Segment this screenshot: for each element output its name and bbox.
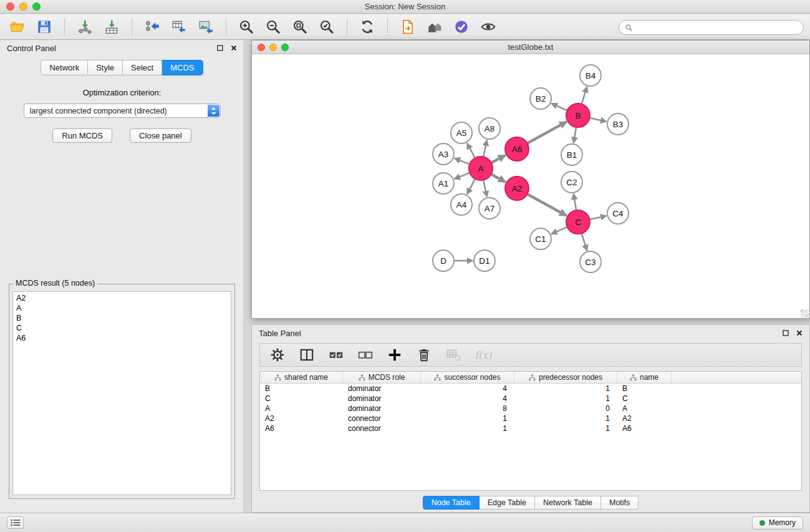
- import-table-file-button[interactable]: [100, 17, 123, 37]
- mcds-result-item[interactable]: B: [16, 313, 228, 323]
- graph-edge-A-A4[interactable]: [467, 180, 475, 195]
- graph-edge-A-A2[interactable]: [492, 175, 506, 182]
- column-header-shared-name[interactable]: shared name: [260, 372, 343, 383]
- show-columns-button[interactable]: [299, 347, 315, 363]
- graph-edge-A-A5[interactable]: [467, 143, 475, 158]
- control-panel-tabs: NetworkStyleSelectMCDS: [0, 60, 244, 75]
- network-zoom-button[interactable]: [281, 44, 289, 51]
- table-body: Bdominator41BCdominator41CAdominator80AA…: [260, 384, 801, 433]
- close-panel-button[interactable]: Close panel: [130, 128, 191, 143]
- tab-mcds[interactable]: MCDS: [162, 60, 203, 75]
- home-button[interactable]: [423, 17, 446, 37]
- mcds-result-item[interactable]: A: [16, 303, 228, 313]
- table-row[interactable]: A6connector11A6: [260, 423, 801, 433]
- refresh-view-button[interactable]: [356, 17, 378, 37]
- deselect-all-button[interactable]: [357, 347, 374, 363]
- close-window-button[interactable]: [6, 2, 14, 11]
- tab-node-table[interactable]: Node Table: [423, 496, 480, 510]
- graph-node-label-A: A: [478, 164, 483, 173]
- delete-table-button[interactable]: [445, 347, 461, 363]
- graph-svg[interactable]: B4B2BB3A5A8A6A3B1AC2A1A2A4A7C4CC1C3DD1: [252, 54, 809, 318]
- graph-edge-C-C3[interactable]: [582, 234, 587, 251]
- graph-canvas[interactable]: B4B2BB3A5A8A6A3B1AC2A1A2A4A7C4CC1C3DD1: [252, 54, 809, 318]
- zoom-out-button[interactable]: [262, 17, 284, 37]
- zoom-window-button[interactable]: [32, 2, 41, 11]
- search-input[interactable]: [636, 23, 798, 32]
- function-builder-button[interactable]: f(x): [475, 347, 491, 363]
- close-panel-icon[interactable]: [231, 45, 237, 51]
- delete-columns-icon: [416, 347, 432, 363]
- graph-edge-B-B2[interactable]: [551, 104, 567, 110]
- mcds-result-item[interactable]: A2: [16, 293, 228, 303]
- graph-edge-A-A3[interactable]: [455, 158, 470, 164]
- delete-columns-button[interactable]: [416, 347, 432, 363]
- zoom-fit-button[interactable]: [289, 17, 311, 37]
- float-panel-icon[interactable]: [217, 45, 223, 51]
- column-header-predecessor-nodes[interactable]: predecessor nodes: [514, 372, 617, 383]
- graph-edge-B-B4[interactable]: [582, 87, 587, 104]
- mcds-result-item[interactable]: C: [16, 323, 228, 333]
- column-header-name[interactable]: name: [617, 372, 672, 383]
- graph-edge-B-B3[interactable]: [591, 118, 607, 122]
- create-column-button[interactable]: [387, 347, 403, 363]
- graph-edge-A-A8[interactable]: [483, 140, 487, 157]
- tab-style[interactable]: Style: [88, 60, 123, 75]
- column-type-icon: [274, 374, 281, 381]
- graph-edge-A-A7[interactable]: [483, 181, 487, 197]
- apply-layout-button[interactable]: [450, 17, 473, 37]
- zoom-in-button[interactable]: [235, 17, 258, 37]
- network-window[interactable]: testGlobe.txt B4B2BB3A5A8A6A3B1AC2A1A2A4…: [251, 40, 810, 319]
- export-image-button[interactable]: [195, 17, 217, 37]
- graph-edge-A6-B[interactable]: [528, 122, 567, 143]
- search-field[interactable]: [619, 20, 804, 35]
- network-window-titlebar[interactable]: testGlobe.txt: [252, 41, 809, 54]
- network-close-button[interactable]: [258, 44, 265, 51]
- graph-edge-C-C1[interactable]: [551, 227, 567, 234]
- minimize-window-button[interactable]: [19, 2, 27, 11]
- task-history-button[interactable]: [7, 516, 24, 529]
- table-mode-button[interactable]: [269, 347, 286, 363]
- graph-edge-A2-C[interactable]: [528, 195, 567, 216]
- export-table-button[interactable]: [168, 17, 190, 37]
- table-row[interactable]: Adominator80A: [260, 404, 801, 414]
- export-network-button[interactable]: [141, 17, 163, 37]
- table-row[interactable]: Cdominator41C: [260, 394, 801, 404]
- graph-node-label-B: B: [575, 111, 581, 120]
- save-session-icon: [36, 19, 52, 35]
- show-hide-graphics-button[interactable]: [477, 17, 499, 37]
- graph-edge-C-C2[interactable]: [574, 194, 576, 210]
- deselect-all-icon: [357, 347, 374, 363]
- memory-button[interactable]: Memory: [752, 516, 803, 530]
- resize-handle[interactable]: [801, 309, 809, 317]
- graph-edge-B-B1[interactable]: [574, 128, 576, 143]
- tab-edge-table[interactable]: Edge Table: [480, 496, 535, 510]
- tab-network-table[interactable]: Network Table: [535, 496, 601, 510]
- import-network-file-button[interactable]: [74, 17, 96, 37]
- first-neighbors-button[interactable]: [397, 17, 419, 37]
- table-row[interactable]: A2connector11A2: [260, 414, 801, 423]
- column-header-mcds-role[interactable]: MCDS role: [343, 372, 421, 383]
- tab-select[interactable]: Select: [123, 60, 162, 75]
- open-session-button[interactable]: [6, 17, 29, 37]
- tab-network[interactable]: Network: [41, 60, 88, 75]
- save-session-button[interactable]: [33, 17, 55, 37]
- run-mcds-button[interactable]: Run MCDS: [52, 128, 112, 143]
- table-panel-header: Table Panel: [252, 325, 809, 341]
- zoom-selected-button[interactable]: [316, 17, 338, 37]
- close-table-panel-icon[interactable]: [796, 330, 803, 336]
- float-table-panel-icon[interactable]: [783, 330, 789, 336]
- graph-edge-A-A6[interactable]: [492, 155, 506, 163]
- criterion-select[interactable]: largest connected component (directed): [24, 104, 221, 118]
- window-titlebar[interactable]: Session: New Session: [0, 0, 810, 14]
- graph-edge-C-C4[interactable]: [591, 216, 607, 220]
- graph-edge-A-A1[interactable]: [455, 173, 470, 179]
- memory-label: Memory: [769, 518, 796, 527]
- table-row[interactable]: Bdominator41B: [260, 384, 801, 394]
- mcds-result-item[interactable]: A6: [16, 333, 228, 343]
- column-header-successor-nodes[interactable]: successor nodes: [421, 372, 514, 383]
- mcds-result-list[interactable]: A2ABCA6: [12, 291, 231, 495]
- select-all-button[interactable]: [328, 347, 344, 363]
- network-minimize-button[interactable]: [269, 44, 277, 51]
- tab-motifs[interactable]: Motifs: [601, 496, 639, 510]
- import-network-file-icon: [77, 19, 93, 35]
